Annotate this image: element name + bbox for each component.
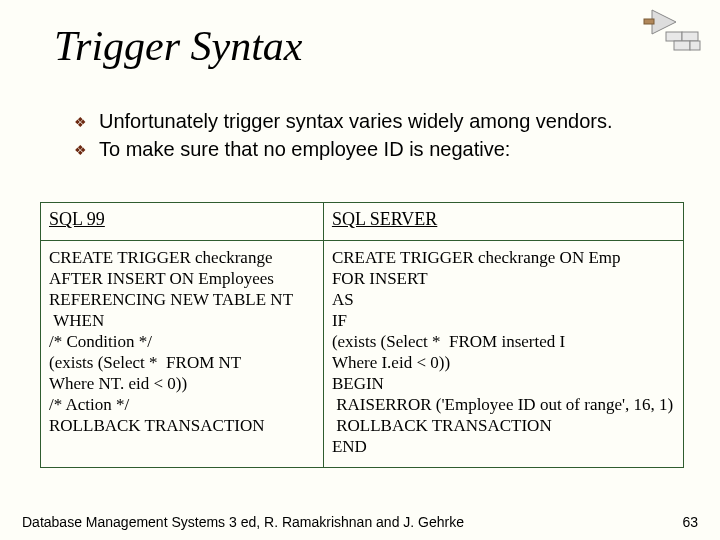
slide-title: Trigger Syntax — [54, 22, 303, 70]
bullet-item: ❖ Unfortunately trigger syntax varies wi… — [74, 108, 680, 134]
bullet-list: ❖ Unfortunately trigger syntax varies wi… — [74, 108, 680, 164]
svg-rect-1 — [682, 32, 698, 41]
bullet-text: To make sure that no employee ID is nega… — [99, 136, 510, 162]
code-cell-left: CREATE TRIGGER checkrange AFTER INSERT O… — [41, 241, 324, 468]
bullet-item: ❖ To make sure that no employee ID is ne… — [74, 136, 680, 162]
code-cell-right: CREATE TRIGGER checkrange ON Emp FOR INS… — [323, 241, 683, 468]
bullet-text: Unfortunately trigger syntax varies wide… — [99, 108, 613, 134]
table-row: CREATE TRIGGER checkrange AFTER INSERT O… — [41, 241, 684, 468]
page-number: 63 — [682, 514, 698, 530]
svg-rect-3 — [690, 41, 700, 50]
slide: { "title": "Trigger Syntax", "bullets": … — [0, 0, 720, 540]
column-header-left: SQL 99 — [41, 203, 324, 241]
bricks-trowel-icon — [632, 4, 702, 54]
code-comparison-table: SQL 99 SQL SERVER CREATE TRIGGER checkra… — [40, 202, 684, 468]
table-row: SQL 99 SQL SERVER — [41, 203, 684, 241]
diamond-bullet-icon: ❖ — [74, 111, 87, 133]
diamond-bullet-icon: ❖ — [74, 139, 87, 161]
svg-rect-5 — [644, 19, 654, 24]
slide-footer: Database Management Systems 3 ed, R. Ram… — [22, 514, 698, 530]
svg-marker-4 — [652, 10, 676, 34]
column-header-right: SQL SERVER — [323, 203, 683, 241]
footer-text: Database Management Systems 3 ed, R. Ram… — [22, 514, 464, 530]
svg-rect-0 — [666, 32, 682, 41]
svg-rect-2 — [674, 41, 690, 50]
